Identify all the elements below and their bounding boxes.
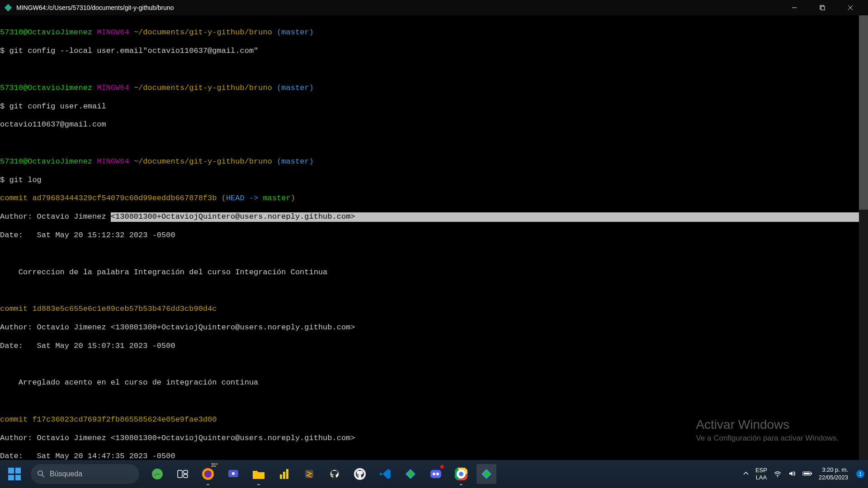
commit-ref-head: HEAD -> xyxy=(226,194,263,202)
system-tray: ESP LAA 3:20 p. m. 22/05/2023 1 xyxy=(743,466,868,482)
taskbar-chat[interactable] xyxy=(223,464,243,484)
prompt-path: ~/documents/git-y-github/bruno xyxy=(134,28,272,37)
prompt-branch: (master) xyxy=(277,28,314,37)
commit-message: Correccion de la palabra Integración del… xyxy=(0,268,868,277)
svg-point-14 xyxy=(204,470,212,478)
svg-rect-25 xyxy=(430,470,441,478)
scrollbar-thumb[interactable] xyxy=(859,15,868,210)
watermark-subtitle: Ve a Configuración para activar Windows. xyxy=(696,434,839,443)
taskbar-chrome[interactable] xyxy=(451,464,471,484)
svg-rect-38 xyxy=(804,473,810,474)
svg-point-32 xyxy=(459,472,463,476)
app-icon xyxy=(4,3,13,12)
close-button[interactable] xyxy=(836,0,864,15)
watermark-title: Activar Windows xyxy=(696,418,839,432)
commit-author-email-highlighted: <130801300+OctaviojQuintero@users.norepl… xyxy=(111,212,868,221)
taskbar-search[interactable]: Búsqueda xyxy=(31,464,139,484)
command-3: git log xyxy=(9,176,41,184)
svg-rect-12 xyxy=(184,474,188,478)
commit-ref-branch: master xyxy=(263,194,291,202)
command-1: git config --local user.email"octavio110… xyxy=(9,47,258,55)
svg-point-7 xyxy=(38,471,42,475)
svg-rect-11 xyxy=(184,470,188,474)
window-titlebar: MINGW64:/c/Users/57310/documents/git-y-g… xyxy=(0,0,868,15)
tray-battery-icon[interactable] xyxy=(802,470,812,478)
tray-volume-icon[interactable] xyxy=(788,469,796,479)
minimize-button[interactable] xyxy=(780,0,808,15)
svg-line-8 xyxy=(42,475,44,477)
tray-clock[interactable]: 3:20 p. m. 22/05/2023 xyxy=(819,466,848,482)
svg-rect-10 xyxy=(178,470,182,478)
windows-logo-icon xyxy=(8,468,21,480)
taskbar-firefox[interactable]: 31° xyxy=(198,464,218,484)
tray-date: 22/05/2023 xyxy=(819,474,848,482)
svg-point-22 xyxy=(354,468,366,480)
svg-point-21 xyxy=(329,468,340,480)
commit-message: Arreglado acento en el curso de integrac… xyxy=(0,378,868,387)
window-title: MINGW64:/c/Users/57310/documents/git-y-g… xyxy=(16,4,780,11)
tray-wifi-icon[interactable] xyxy=(774,469,782,479)
taskbar: Búsqueda 31° ESP LAA 3:20 p. m. 22/05/20… xyxy=(0,460,868,488)
start-button[interactable] xyxy=(2,461,27,487)
taskbar-file-explorer[interactable] xyxy=(249,464,269,484)
maximize-button[interactable] xyxy=(808,0,836,15)
taskbar-sublime[interactable] xyxy=(299,464,319,484)
windows-activation-watermark: Activar Windows Ve a Configuración para … xyxy=(696,418,839,443)
commit-date: Date: Sat May 20 15:07:31 2023 -0500 xyxy=(0,342,868,351)
svg-point-35 xyxy=(777,476,778,477)
svg-rect-18 xyxy=(283,472,285,479)
scrollbar[interactable] xyxy=(859,15,868,460)
taskbar-github-light[interactable] xyxy=(350,464,370,484)
taskbar-widgets[interactable] xyxy=(147,464,167,484)
prompt-user: 57310@OctavioJimenez xyxy=(0,28,92,37)
weather-badge: 31° xyxy=(209,462,220,468)
taskbar-vscode[interactable] xyxy=(375,464,395,484)
svg-rect-19 xyxy=(286,469,288,479)
svg-point-26 xyxy=(433,473,435,475)
taskbar-apps: 31° xyxy=(147,464,496,484)
commit-sha: commit 1d883e5c655e6c1e89ceb57b53b476dd3… xyxy=(0,305,868,314)
prompt-sigil: $ xyxy=(0,47,5,55)
prompt-env: MINGW64 xyxy=(97,28,129,37)
tray-notifications[interactable]: 1 xyxy=(856,470,864,478)
svg-rect-4 xyxy=(821,6,825,10)
search-icon xyxy=(37,470,45,478)
svg-point-16 xyxy=(232,472,235,475)
tray-time: 3:20 p. m. xyxy=(819,466,848,474)
taskbar-github-dark[interactable] xyxy=(325,464,344,484)
svg-point-27 xyxy=(436,473,439,475)
commit-sha: commit ad79683444329cf54079c60d99eeddb66… xyxy=(0,194,217,202)
tray-chevron-up-icon[interactable] xyxy=(743,470,749,478)
svg-rect-17 xyxy=(280,474,282,479)
command-2: git config user.email xyxy=(9,102,106,111)
commit-author: Author: Octavio Jimenez <130801300+Octav… xyxy=(0,323,868,332)
search-placeholder: Búsqueda xyxy=(50,470,82,478)
svg-rect-37 xyxy=(811,473,812,474)
taskbar-mingw-terminal[interactable] xyxy=(476,464,496,484)
commit-date: Date: Sat May 20 15:12:32 2023 -0500 xyxy=(0,231,868,240)
taskbar-git-extensions[interactable] xyxy=(401,464,420,484)
command-2-output: octavio110637@gmail.com xyxy=(0,120,868,129)
commit-author-prefix: Author: Octavio Jimenez xyxy=(0,212,111,221)
tray-language[interactable]: ESP LAA xyxy=(755,467,767,481)
notification-badge xyxy=(439,464,445,469)
taskbar-powerbi[interactable] xyxy=(274,464,294,484)
taskbar-discord[interactable] xyxy=(426,464,446,484)
terminal-output[interactable]: 57310@OctavioJimenez MINGW64 ~/documents… xyxy=(0,15,868,460)
taskbar-task-view[interactable] xyxy=(173,464,193,484)
